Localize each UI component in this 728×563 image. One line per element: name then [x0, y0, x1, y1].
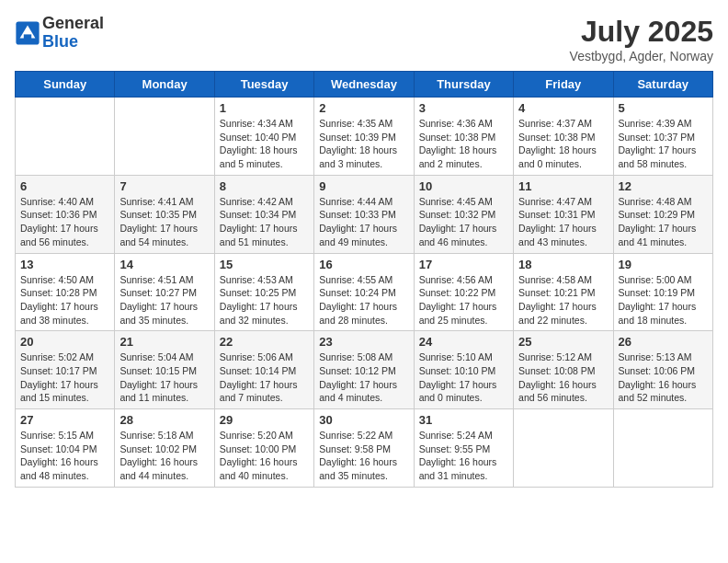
day-number: 17 — [419, 258, 508, 271]
day-of-week-header: Monday — [115, 72, 214, 98]
day-of-week-header: Wednesday — [314, 72, 414, 98]
svg-rect-2 — [24, 34, 31, 40]
calendar-day-cell: 12Sunrise: 4:48 AM Sunset: 10:29 PM Dayl… — [613, 175, 712, 253]
day-info: Sunrise: 4:45 AM Sunset: 10:32 PM Daylig… — [419, 195, 508, 249]
calendar-day-cell: 28Sunrise: 5:18 AM Sunset: 10:02 PM Dayl… — [115, 409, 214, 488]
logo-icon — [15, 20, 40, 46]
day-info: Sunrise: 4:41 AM Sunset: 10:35 PM Daylig… — [119, 195, 209, 249]
day-info: Sunrise: 4:39 AM Sunset: 10:37 PM Daylig… — [619, 117, 708, 171]
logo-text: GeneralBlue — [42, 15, 104, 52]
day-info: Sunrise: 4:48 AM Sunset: 10:29 PM Daylig… — [619, 195, 708, 249]
day-number: 10 — [419, 179, 508, 193]
day-number: 27 — [20, 413, 109, 427]
day-number: 20 — [20, 335, 109, 349]
calendar-day-cell: 1Sunrise: 4:34 AM Sunset: 10:40 PM Dayli… — [214, 98, 313, 176]
day-number: 31 — [419, 413, 508, 427]
day-info: Sunrise: 4:35 AM Sunset: 10:39 PM Daylig… — [319, 117, 408, 171]
day-number: 14 — [119, 258, 209, 271]
day-info: Sunrise: 4:51 AM Sunset: 10:27 PM Daylig… — [119, 273, 209, 327]
day-number: 7 — [119, 179, 209, 193]
calendar-day-cell: 23Sunrise: 5:08 AM Sunset: 10:12 PM Dayl… — [314, 331, 414, 409]
calendar-day-cell: 19Sunrise: 5:00 AM Sunset: 10:19 PM Dayl… — [613, 253, 712, 331]
day-info: Sunrise: 4:56 AM Sunset: 10:22 PM Daylig… — [419, 273, 508, 327]
calendar-week-row: 27Sunrise: 5:15 AM Sunset: 10:04 PM Dayl… — [16, 409, 713, 488]
calendar-day-cell: 13Sunrise: 4:50 AM Sunset: 10:28 PM Dayl… — [16, 253, 115, 331]
day-info: Sunrise: 4:44 AM Sunset: 10:33 PM Daylig… — [319, 195, 408, 249]
day-number: 1 — [220, 101, 309, 115]
day-info: Sunrise: 4:50 AM Sunset: 10:28 PM Daylig… — [20, 273, 109, 327]
calendar-week-row: 6Sunrise: 4:40 AM Sunset: 10:36 PM Dayli… — [16, 175, 713, 253]
day-info: Sunrise: 5:13 AM Sunset: 10:06 PM Daylig… — [619, 350, 708, 405]
calendar-week-row: 13Sunrise: 4:50 AM Sunset: 10:28 PM Dayl… — [16, 253, 713, 331]
day-info: Sunrise: 5:22 AM Sunset: 9:58 PM Dayligh… — [319, 429, 408, 483]
day-info: Sunrise: 4:58 AM Sunset: 10:21 PM Daylig… — [518, 273, 608, 327]
day-of-week-header: Friday — [514, 72, 613, 98]
day-number: 24 — [419, 335, 508, 349]
calendar-day-cell: 6Sunrise: 4:40 AM Sunset: 10:36 PM Dayli… — [16, 175, 115, 253]
day-number: 18 — [518, 258, 608, 271]
calendar-day-cell: 7Sunrise: 4:41 AM Sunset: 10:35 PM Dayli… — [115, 175, 214, 253]
day-number: 9 — [319, 179, 408, 193]
subtitle: Vestbygd, Agder, Norway — [570, 49, 713, 63]
day-number: 22 — [220, 335, 309, 349]
day-info: Sunrise: 4:36 AM Sunset: 10:38 PM Daylig… — [419, 117, 508, 171]
day-number: 12 — [619, 179, 708, 193]
day-number: 21 — [119, 335, 209, 349]
day-info: Sunrise: 5:06 AM Sunset: 10:14 PM Daylig… — [220, 350, 309, 405]
day-info: Sunrise: 5:02 AM Sunset: 10:17 PM Daylig… — [20, 350, 109, 405]
calendar-day-cell: 27Sunrise: 5:15 AM Sunset: 10:04 PM Dayl… — [16, 409, 115, 488]
day-number: 3 — [419, 101, 508, 115]
calendar-day-cell: 31Sunrise: 5:24 AM Sunset: 9:55 PM Dayli… — [414, 409, 513, 488]
calendar-day-cell: 22Sunrise: 5:06 AM Sunset: 10:14 PM Dayl… — [214, 331, 313, 409]
calendar-day-cell: 20Sunrise: 5:02 AM Sunset: 10:17 PM Dayl… — [16, 331, 115, 409]
calendar-table: SundayMondayTuesdayWednesdayThursdayFrid… — [15, 71, 713, 488]
day-of-week-header: Thursday — [414, 72, 513, 98]
calendar-day-cell: 21Sunrise: 5:04 AM Sunset: 10:15 PM Dayl… — [115, 331, 214, 409]
day-info: Sunrise: 4:53 AM Sunset: 10:25 PM Daylig… — [220, 273, 309, 327]
day-number: 11 — [518, 179, 608, 193]
calendar-day-cell: 9Sunrise: 4:44 AM Sunset: 10:33 PM Dayli… — [314, 175, 414, 253]
calendar-day-cell: 8Sunrise: 4:42 AM Sunset: 10:34 PM Dayli… — [214, 175, 313, 253]
day-number: 4 — [518, 101, 608, 115]
calendar-day-cell — [16, 98, 115, 176]
day-info: Sunrise: 5:10 AM Sunset: 10:10 PM Daylig… — [419, 350, 508, 405]
calendar-day-cell: 16Sunrise: 4:55 AM Sunset: 10:24 PM Dayl… — [314, 253, 414, 331]
day-number: 2 — [319, 101, 408, 115]
calendar-day-cell: 11Sunrise: 4:47 AM Sunset: 10:31 PM Dayl… — [514, 175, 613, 253]
day-info: Sunrise: 5:04 AM Sunset: 10:15 PM Daylig… — [119, 350, 209, 405]
day-info: Sunrise: 5:20 AM Sunset: 10:00 PM Daylig… — [220, 429, 309, 483]
calendar-day-cell: 24Sunrise: 5:10 AM Sunset: 10:10 PM Dayl… — [414, 331, 513, 409]
day-number: 6 — [20, 179, 109, 193]
day-of-week-header: Tuesday — [214, 72, 313, 98]
day-number: 26 — [619, 335, 708, 349]
page-header: GeneralBlue July 2025 Vestbygd, Agder, N… — [15, 15, 713, 63]
day-info: Sunrise: 5:15 AM Sunset: 10:04 PM Daylig… — [20, 429, 109, 483]
calendar-day-cell: 2Sunrise: 4:35 AM Sunset: 10:39 PM Dayli… — [314, 98, 414, 176]
day-number: 25 — [518, 335, 608, 349]
day-info: Sunrise: 5:12 AM Sunset: 10:08 PM Daylig… — [518, 350, 608, 405]
calendar-day-cell: 15Sunrise: 4:53 AM Sunset: 10:25 PM Dayl… — [214, 253, 313, 331]
day-of-week-header: Saturday — [613, 72, 712, 98]
day-of-week-header: Sunday — [16, 72, 115, 98]
title-block: July 2025 Vestbygd, Agder, Norway — [570, 15, 713, 63]
day-number: 8 — [220, 179, 309, 193]
day-number: 23 — [319, 335, 408, 349]
calendar-day-cell: 18Sunrise: 4:58 AM Sunset: 10:21 PM Dayl… — [514, 253, 613, 331]
day-info: Sunrise: 5:08 AM Sunset: 10:12 PM Daylig… — [319, 350, 408, 405]
calendar-week-row: 1Sunrise: 4:34 AM Sunset: 10:40 PM Dayli… — [16, 98, 713, 176]
day-info: Sunrise: 5:24 AM Sunset: 9:55 PM Dayligh… — [419, 429, 508, 483]
calendar-day-cell — [514, 409, 613, 488]
calendar-day-cell — [115, 98, 214, 176]
day-info: Sunrise: 4:37 AM Sunset: 10:38 PM Daylig… — [518, 117, 608, 171]
calendar-week-row: 20Sunrise: 5:02 AM Sunset: 10:17 PM Dayl… — [16, 331, 713, 409]
calendar-day-cell: 26Sunrise: 5:13 AM Sunset: 10:06 PM Dayl… — [613, 331, 712, 409]
day-number: 28 — [119, 413, 209, 427]
day-info: Sunrise: 5:18 AM Sunset: 10:02 PM Daylig… — [119, 429, 209, 483]
month-title: July 2025 — [570, 15, 713, 49]
calendar-day-cell: 17Sunrise: 4:56 AM Sunset: 10:22 PM Dayl… — [414, 253, 513, 331]
calendar-day-cell: 5Sunrise: 4:39 AM Sunset: 10:37 PM Dayli… — [613, 98, 712, 176]
calendar-day-cell: 30Sunrise: 5:22 AM Sunset: 9:58 PM Dayli… — [314, 409, 414, 488]
calendar-day-cell — [613, 409, 712, 488]
day-number: 5 — [619, 101, 708, 115]
day-number: 29 — [220, 413, 309, 427]
